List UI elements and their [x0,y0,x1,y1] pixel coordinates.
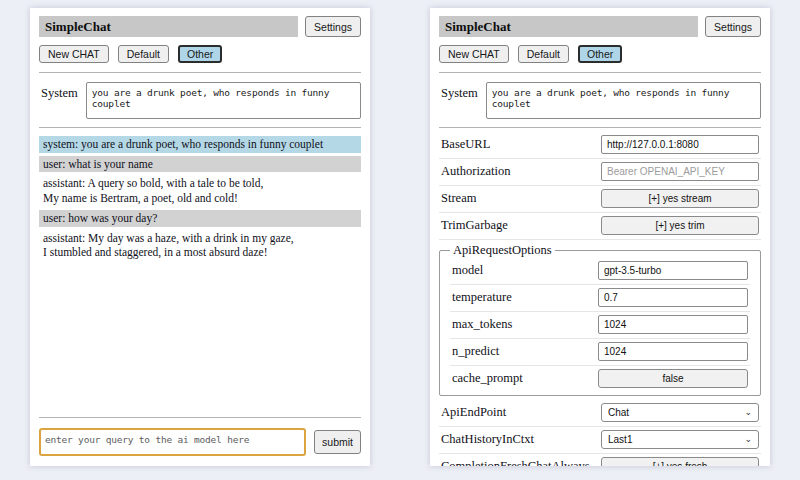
setting-row-api-endpoint: ApiEndPoint Chat ⌄ [439,400,761,427]
settings-button[interactable]: Settings [305,16,361,37]
divider [39,72,361,73]
trimgarbage-label: TrimGarbage [441,218,508,233]
setting-row-baseurl: BaseURL [439,132,761,159]
new-chat-button[interactable]: New CHAT [439,45,509,63]
system-prompt-label: System [41,82,78,101]
spacer [39,261,361,414]
session-tab-other[interactable]: Other [178,45,222,63]
temperature-label: temperature [452,290,512,305]
setting-row-authorization: Authorization [439,159,761,186]
api-endpoint-selected-value: Chat [608,407,629,418]
setting-row-model: model [450,258,750,285]
n-predict-label: n_predict [452,344,499,359]
cache-prompt-toggle-button[interactable]: false [598,369,748,388]
submit-button[interactable]: submit [314,430,361,454]
divider [39,127,361,128]
api-endpoint-label: ApiEndPoint [441,405,506,420]
setting-row-chat-history: ChatHistoryInCtxt Last1 ⌄ [439,427,761,454]
setting-row-stream: Stream [+] yes stream [439,186,761,213]
chevron-down-icon: ⌄ [744,409,752,416]
api-request-options-legend: ApiRequestOptions [450,243,555,258]
chevron-down-icon: ⌄ [744,436,752,443]
stream-label: Stream [441,191,476,206]
settings-list: BaseURL Authorization Stream [+] yes str… [439,132,761,466]
n-predict-input[interactable] [598,342,748,361]
chat-message-system: system: you are a drunk poet, who respon… [39,136,361,153]
setting-row-temperature: temperature [450,285,750,312]
system-prompt-row: System you are a drunk poet, who respond… [439,82,761,119]
setting-row-completion-fresh: CompletionFreshChatAlways [+] yes fresh [439,454,761,466]
system-prompt-label: System [441,82,478,101]
chat-message-list: system: you are a drunk poet, who respon… [39,136,361,261]
new-chat-button[interactable]: New CHAT [39,45,109,63]
system-prompt-input[interactable]: you are a drunk poet, who responds in fu… [486,82,761,119]
chat-history-select[interactable]: Last1 ⌄ [601,430,759,449]
settings-button[interactable]: Settings [705,16,761,37]
title-row: SimpleChat Settings [39,16,361,37]
chat-message-assistant: assistant: My day was a haze, with a dri… [39,230,361,261]
model-label: model [452,263,483,278]
max-tokens-label: max_tokens [452,317,512,332]
setting-row-n-predict: n_predict [450,339,750,366]
api-request-options-group: ApiRequestOptions model temperature max_… [439,243,761,396]
chat-message-user: user: how was your day? [39,210,361,227]
title-row: SimpleChat Settings [439,16,761,37]
session-tab-default[interactable]: Default [518,45,569,63]
session-tab-default[interactable]: Default [118,45,169,63]
baseurl-input[interactable] [601,135,759,154]
chat-panel: SimpleChat Settings New CHAT Default Oth… [30,8,370,466]
chat-message-user: user: what is your name [39,156,361,173]
cache-prompt-label: cache_prompt [452,371,523,386]
baseurl-label: BaseURL [441,137,490,152]
completion-fresh-label: CompletionFreshChatAlways [441,459,590,466]
divider [439,72,761,73]
stream-toggle-button[interactable]: [+] yes stream [601,189,759,208]
api-endpoint-select[interactable]: Chat ⌄ [601,403,759,422]
completion-fresh-toggle-button[interactable]: [+] yes fresh [601,457,759,466]
query-row: submit [39,428,361,456]
session-row: New CHAT Default Other [439,45,761,63]
divider [439,127,761,128]
authorization-label: Authorization [441,164,510,179]
model-input[interactable] [598,261,748,280]
app-title: SimpleChat [439,16,698,37]
system-prompt-row: System you are a drunk poet, who respond… [39,82,361,119]
settings-panel: SimpleChat Settings New CHAT Default Oth… [430,8,770,466]
setting-row-trimgarbage: TrimGarbage [+] yes trim [439,213,761,240]
chat-history-selected-value: Last1 [608,434,632,445]
session-row: New CHAT Default Other [39,45,361,63]
chat-message-assistant: assistant: A query so bold, with a tale … [39,175,361,206]
setting-row-max-tokens: max_tokens [450,312,750,339]
temperature-input[interactable] [598,288,748,307]
setting-row-cache-prompt: cache_prompt false [450,366,750,392]
trimgarbage-toggle-button[interactable]: [+] yes trim [601,216,759,235]
chat-history-label: ChatHistoryInCtxt [441,432,534,447]
query-input[interactable] [39,428,306,456]
session-tab-other[interactable]: Other [578,45,622,63]
system-prompt-input[interactable]: you are a drunk poet, who responds in fu… [86,82,361,119]
app-title: SimpleChat [39,16,298,37]
max-tokens-input[interactable] [598,315,748,334]
authorization-input[interactable] [601,162,759,181]
divider [39,417,361,418]
